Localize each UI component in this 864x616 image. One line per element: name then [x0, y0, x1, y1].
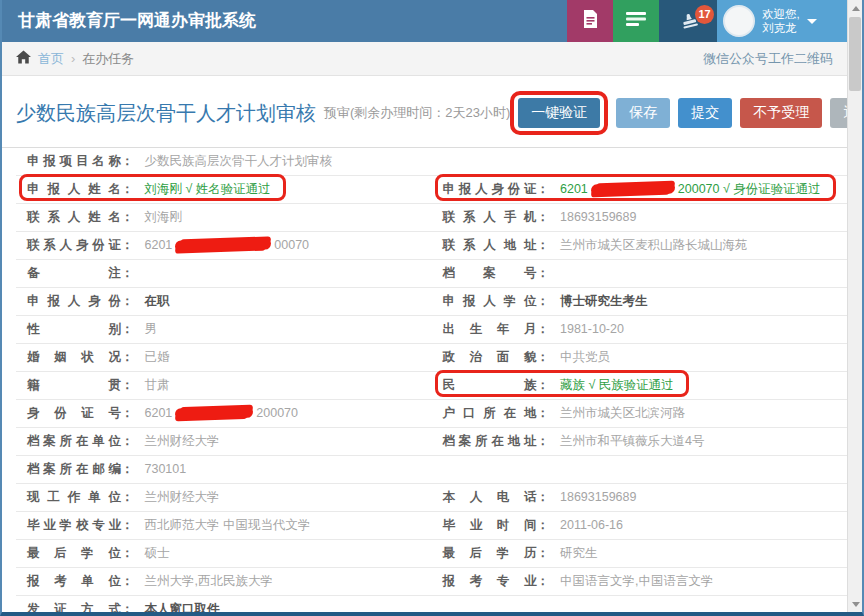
- field-label: 档案号: [443, 260, 537, 287]
- field-label: 户口所在地: [443, 400, 537, 427]
- field-label: 申报人身份证: [443, 177, 537, 201]
- field-value: 兰州财经大学: [145, 434, 220, 448]
- form-field: 毕业学校专业：西北师范大学 中国现当代文学: [16, 512, 432, 539]
- field-value: 兰州大学,西北民族大学: [145, 574, 273, 588]
- form-field: 联系人身份证：620100070: [16, 232, 432, 259]
- field-label: 联系人手机: [443, 204, 537, 231]
- submit-button[interactable]: 提交: [678, 98, 732, 128]
- field-value: 2011-06-16: [560, 518, 623, 532]
- scrollbar-thumb[interactable]: [849, 17, 861, 91]
- stamp-notifications-button[interactable]: 17: [659, 0, 717, 42]
- form-field: 婚姻状况：已婚: [16, 344, 432, 371]
- form-field: 申报人身份：在职: [16, 288, 432, 315]
- field-label: 申报项目名称: [27, 148, 121, 175]
- field-label: 档案所在单位: [27, 428, 121, 455]
- form-field: 身份证号：6201200070: [16, 400, 432, 427]
- field-value: 本人窗口取件: [145, 602, 220, 616]
- field-label: 本人电话: [443, 484, 537, 511]
- field-label: 最后学历: [443, 540, 537, 567]
- field-colon: ：: [537, 210, 550, 224]
- form-field: 最后学历：研究生: [432, 540, 848, 567]
- field-colon: ：: [121, 154, 134, 168]
- reject-button[interactable]: 不予受理: [740, 98, 822, 128]
- user-welcome: 欢迎您, 刘克龙: [762, 7, 800, 36]
- field-label: 申报人身份: [27, 288, 121, 315]
- field-colon: ：: [121, 350, 134, 364]
- form-field: 毕业时间：2011-06-16: [432, 512, 848, 539]
- user-menu[interactable]: 欢迎您, 刘克龙: [717, 0, 847, 42]
- redaction-scribble: [175, 237, 271, 252]
- one-click-verify-button[interactable]: 一键验证: [518, 98, 600, 128]
- field-label: 联系人身份证: [27, 232, 121, 259]
- breadcrumb: 首页 › 在办任务 微信公众号工作二维码: [2, 42, 847, 76]
- field-colon: ：: [537, 378, 550, 392]
- document-button[interactable]: [567, 0, 613, 42]
- field-value: 兰州市城关区北滨河路: [560, 406, 685, 420]
- annotation-redbox: 民族：藏族 √ 民族验证通过: [435, 370, 689, 397]
- form-row: 档案所在单位：兰州财经大学档案所在地址：兰州市和平镇薇乐大道4号: [16, 428, 847, 456]
- app-title: 甘肃省教育厅一网通办审批系统: [18, 0, 567, 42]
- field-label: 联系人地址: [443, 232, 537, 259]
- form-field: 申报项目名称：少数民族高层次骨干人才计划审核: [16, 148, 847, 175]
- scroll-down-arrow[interactable]: [848, 596, 863, 612]
- page-title: 少数民族高层次骨干人才计划审核: [16, 100, 316, 127]
- field-value: 1981-10-20: [560, 322, 624, 336]
- title-bar: 少数民族高层次骨干人才计划审核 预审(剩余办理时间：2天23小时) 一键验证 保…: [2, 76, 847, 148]
- field-value: 已婚: [145, 350, 170, 364]
- field-colon: ：: [121, 406, 134, 420]
- avatar: [723, 5, 755, 37]
- field-value: 6201200070: [145, 406, 299, 420]
- field-label: 申报人姓名: [27, 177, 121, 201]
- field-label: 报考单位: [27, 568, 121, 595]
- field-colon: ：: [121, 574, 134, 588]
- form-field: 民族：藏族 √ 民族验证通过: [432, 372, 848, 399]
- field-label: 最后学位: [27, 540, 121, 567]
- field-colon: ：: [121, 602, 134, 616]
- field-colon: ：: [121, 434, 134, 448]
- form-row: 申报人姓名：刘海刚 √ 姓名验证通过申报人身份证：6201200070 √ 身份…: [16, 176, 847, 204]
- field-value: 兰州市城关区麦积山路长城山海苑: [560, 238, 748, 252]
- field-colon: ：: [537, 182, 550, 196]
- form-field: 申报人身份证：6201200070 √ 身份证验证通过: [432, 176, 848, 203]
- form-field: 联系人姓名：刘海刚: [16, 204, 432, 231]
- field-colon: ：: [121, 266, 134, 280]
- field-value: 刘海刚 √ 姓名验证通过: [145, 182, 271, 196]
- field-colon: ：: [121, 518, 134, 532]
- form-field: 发证方式：本人窗口取件: [16, 596, 847, 616]
- field-colon: ：: [121, 378, 134, 392]
- form-field: 性别：男: [16, 316, 432, 343]
- form-field: 最后学位：硕士: [16, 540, 432, 567]
- annotation-redbox: 申报人姓名：刘海刚 √ 姓名验证通过: [19, 174, 286, 201]
- form-field: 本人电话：18693159689: [432, 484, 848, 511]
- form-row: 身份证号：6201200070户口所在地：兰州市城关区北滨河路: [16, 400, 847, 428]
- wechat-qr-link[interactable]: 微信公众号工作二维码: [703, 50, 833, 68]
- form-row: 现工作单位：兰州财经大学本人电话：18693159689: [16, 484, 847, 512]
- notification-badge: 17: [695, 5, 714, 24]
- breadcrumb-home-link[interactable]: 首页: [38, 50, 64, 68]
- field-value: 中国语言文学,中国语言文学: [560, 574, 713, 588]
- field-value: 研究生: [560, 546, 598, 560]
- field-label: 档案所在地址: [443, 428, 537, 455]
- list-icon: [626, 11, 646, 31]
- form-field: 申报人姓名：刘海刚 √ 姓名验证通过: [16, 176, 432, 203]
- form-field: 档案所在单位：兰州财经大学: [16, 428, 432, 455]
- field-colon: ：: [121, 210, 134, 224]
- field-label: 发证方式: [27, 596, 121, 616]
- form: 申报项目名称：少数民族高层次骨干人才计划审核申报人姓名：刘海刚 √ 姓名验证通过…: [2, 148, 847, 616]
- field-label: 申报人学位: [443, 288, 537, 315]
- field-value: 620100070: [145, 238, 310, 252]
- field-value: 18693159689: [560, 210, 636, 224]
- app-header: 甘肃省教育厅一网通办审批系统 17 欢迎您,: [2, 0, 862, 42]
- breadcrumb-separator: ›: [71, 51, 75, 66]
- field-value: 藏族 √ 民族验证通过: [560, 378, 674, 392]
- field-colon: ：: [537, 490, 550, 504]
- field-label: 联系人姓名: [27, 204, 121, 231]
- field-colon: ：: [537, 322, 550, 336]
- field-label: 档案所在邮编: [27, 456, 121, 483]
- scroll-up-arrow[interactable]: [848, 0, 863, 16]
- menu-button[interactable]: [613, 0, 659, 42]
- field-value: 硕士: [145, 546, 170, 560]
- field-colon: ：: [537, 574, 550, 588]
- field-colon: ：: [537, 238, 550, 252]
- save-button[interactable]: 保存: [616, 98, 670, 128]
